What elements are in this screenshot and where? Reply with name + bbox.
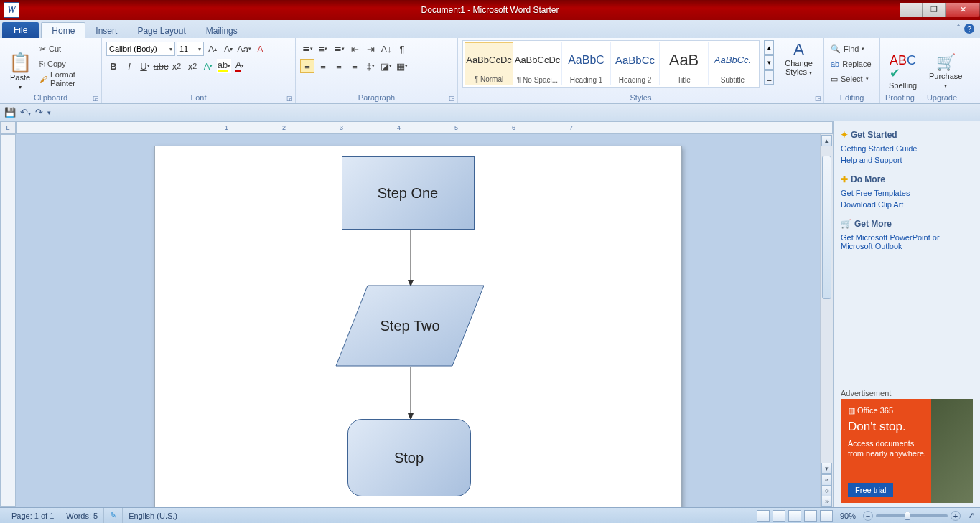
bullets-button[interactable]: ≣▾ [300, 42, 314, 56]
minimize-button[interactable]: — [900, 3, 923, 17]
styles-scroll-down[interactable]: ▾ [764, 55, 774, 70]
browse-object-button[interactable]: ○ [821, 485, 832, 496]
arrow-2[interactable] [406, 367, 415, 420]
help-icon[interactable]: ? [964, 24, 974, 34]
font-name-combo[interactable]: Calibri (Body)▾ [106, 42, 175, 56]
zoom-fit-button[interactable]: ⤢ [968, 511, 974, 520]
zoom-slider[interactable] [876, 514, 948, 517]
replace-button[interactable]: abReplace [829, 57, 875, 71]
status-proof[interactable]: ✎ [104, 508, 123, 523]
document-page[interactable]: Step One Step Two Stop [154, 146, 682, 507]
cut-button[interactable]: ✂Cut [37, 42, 97, 56]
zoom-out-button[interactable]: − [863, 511, 873, 521]
tab-page-layout[interactable]: Page Layout [127, 23, 195, 38]
increase-indent-button[interactable]: ⇥ [363, 42, 378, 56]
view-web-layout[interactable] [788, 510, 801, 522]
view-full-screen[interactable] [773, 510, 785, 522]
advertisement[interactable]: ▥ Office 365 Don't stop. Access document… [841, 399, 973, 503]
underline-button[interactable]: U▾ [138, 59, 152, 73]
borders-button[interactable]: ▦▾ [395, 59, 409, 73]
bold-button[interactable]: B [106, 59, 121, 73]
align-right-button[interactable]: ≡ [332, 59, 346, 73]
sort-button[interactable]: A↓ [379, 42, 393, 56]
grow-font-button[interactable]: A▴ [205, 42, 220, 56]
close-button[interactable]: ✕ [946, 3, 980, 17]
highlight-button[interactable]: ab▾ [217, 59, 231, 73]
scroll-down-button[interactable]: ▾ [821, 463, 832, 474]
clipboard-launcher-icon[interactable]: ◲ [93, 95, 99, 102]
status-language[interactable]: English (U.S.) [123, 508, 183, 523]
text-effects-button[interactable]: A▾ [201, 59, 215, 73]
paragraph-launcher-icon[interactable]: ◲ [449, 95, 455, 102]
shading-button[interactable]: ◪▾ [379, 59, 393, 73]
style-item-title[interactable]: AaBTitle [660, 42, 709, 85]
font-color-button[interactable]: A▾ [233, 59, 247, 73]
change-styles-button[interactable]: A Change Styles ▾ [778, 40, 819, 77]
styles-more-button[interactable]: ⎯ [764, 70, 774, 85]
shrink-font-button[interactable]: A▾ [221, 42, 235, 56]
status-words[interactable]: Words: 5 [60, 508, 104, 523]
show-marks-button[interactable]: ¶ [395, 42, 409, 56]
subscript-button[interactable]: x2 [169, 59, 184, 73]
tab-mailings[interactable]: Mailings [196, 23, 248, 38]
zoom-value[interactable]: 90% [840, 512, 856, 520]
copy-button[interactable]: ⎘Copy [37, 57, 97, 71]
view-outline[interactable] [804, 510, 817, 522]
tab-insert[interactable]: Insert [85, 23, 127, 38]
vertical-ruler[interactable] [0, 134, 16, 507]
view-print-layout[interactable] [757, 510, 770, 522]
line-spacing-button[interactable]: ‡▾ [363, 59, 378, 73]
italic-button[interactable]: I [122, 59, 136, 73]
minimize-ribbon-icon[interactable]: ˆ [957, 24, 960, 34]
numbering-button[interactable]: ≡▾ [316, 42, 330, 56]
styles-gallery[interactable]: AaBbCcDc¶ NormalAaBbCcDc¶ No Spaci...AaB… [462, 40, 760, 88]
arrow-1[interactable] [406, 230, 415, 287]
qat-customize-button[interactable]: ▾ [47, 109, 51, 116]
strikethrough-button[interactable]: abc [154, 59, 168, 73]
ad-cta-button[interactable]: Free trial [848, 483, 893, 497]
select-button[interactable]: ▭Select▾ [829, 72, 875, 86]
view-draft[interactable] [820, 510, 833, 522]
maximize-button[interactable]: ❐ [923, 3, 946, 17]
ruler-corner[interactable]: L [0, 121, 16, 134]
scroll-up-button[interactable]: ▴ [821, 135, 832, 146]
zoom-in-button[interactable]: + [951, 511, 961, 521]
font-size-combo[interactable]: 11▾ [177, 42, 204, 56]
find-button[interactable]: 🔍Find▾ [829, 42, 875, 56]
decrease-indent-button[interactable]: ⇤ [347, 42, 362, 56]
horizontal-ruler[interactable]: 123 456 7 [16, 121, 833, 134]
style-item-heading-2[interactable]: AaBbCcHeading 2 [611, 42, 660, 85]
change-case-button[interactable]: Aa▾ [237, 42, 251, 56]
tab-file[interactable]: File [2, 22, 39, 38]
align-center-button[interactable]: ≡ [316, 59, 330, 73]
multilevel-list-button[interactable]: ≣▾ [332, 42, 346, 56]
scroll-thumb[interactable] [822, 156, 831, 299]
tab-home[interactable]: Home [41, 22, 85, 38]
vertical-scrollbar[interactable]: ▴ ▾ « ○ » [820, 134, 833, 507]
style-item-heading-1[interactable]: AaBbCHeading 1 [562, 42, 611, 85]
qat-redo-button[interactable]: ↷ [35, 107, 43, 118]
document-area[interactable]: Step One Step Two Stop [16, 134, 820, 507]
font-launcher-icon[interactable]: ◲ [286, 95, 293, 102]
style-item---no-spaci---[interactable]: AaBbCcDc¶ No Spaci... [513, 42, 562, 85]
qat-save-button[interactable]: 💾 [4, 107, 16, 118]
superscript-button[interactable]: x2 [185, 59, 200, 73]
styles-scroll-up[interactable]: ▴ [764, 40, 774, 55]
format-painter-button[interactable]: 🖌Format Painter [37, 72, 97, 86]
style-item---normal[interactable]: AaBbCcDc¶ Normal [465, 42, 513, 85]
link-help-support[interactable]: Help and Support [841, 154, 973, 166]
link-download-clipart[interactable]: Download Clip Art [841, 199, 973, 210]
link-getting-started-guide[interactable]: Getting Started Guide [841, 143, 973, 154]
link-get-templates[interactable]: Get Free Templates [841, 187, 973, 199]
link-get-powerpoint-outlook[interactable]: Get Microsoft PowerPoint or Microsoft Ou… [841, 232, 973, 252]
styles-launcher-icon[interactable]: ◲ [815, 95, 821, 102]
flowchart-rectangle[interactable]: Step One [342, 156, 475, 230]
justify-button[interactable]: ≡ [347, 59, 362, 73]
zoom-knob[interactable] [905, 512, 910, 520]
clear-formatting-button[interactable]: A̶ [253, 42, 267, 56]
next-page-button[interactable]: » [821, 496, 832, 507]
prev-page-button[interactable]: « [821, 474, 832, 486]
status-page[interactable]: Page: 1 of 1 [6, 508, 60, 523]
align-left-button[interactable]: ≡ [300, 59, 314, 73]
qat-undo-button[interactable]: ↶▾ [20, 107, 31, 118]
